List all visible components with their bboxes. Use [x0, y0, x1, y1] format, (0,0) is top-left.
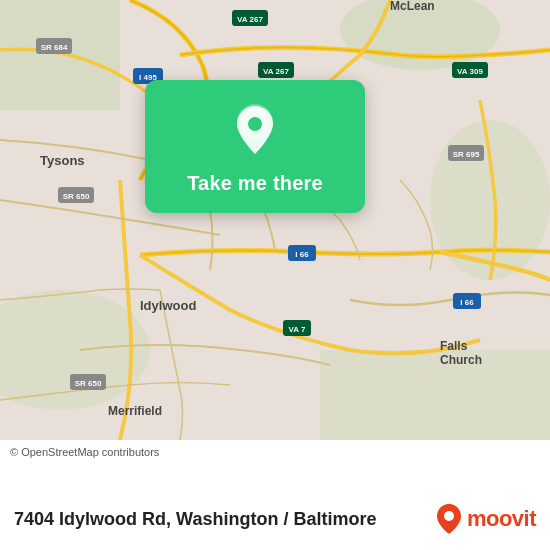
address-row: 7404 Idylwood Rd, Washington / Baltimore…: [0, 494, 550, 550]
svg-text:SR 695: SR 695: [453, 150, 480, 159]
svg-rect-5: [320, 350, 550, 440]
svg-text:Tysons: Tysons: [40, 153, 85, 168]
moovit-pin-icon: [435, 502, 463, 536]
moovit-logo: moovit: [435, 502, 536, 536]
svg-text:I 66: I 66: [295, 250, 309, 259]
svg-text:I 66: I 66: [460, 298, 474, 307]
svg-text:Merrifield: Merrifield: [108, 404, 162, 418]
location-pin-icon: [231, 102, 279, 158]
map-attribution: © OpenStreetMap contributors: [0, 440, 550, 458]
svg-rect-1: [0, 0, 120, 110]
location-card: Take me there: [145, 80, 365, 213]
svg-text:Falls: Falls: [440, 339, 468, 353]
bottom-bar: © OpenStreetMap contributors 7404 Idylwo…: [0, 440, 550, 550]
svg-text:SR 650: SR 650: [63, 192, 90, 201]
map-container: I 495 VA 267 VA 267 VA 309 SR 684 SR 695…: [0, 0, 550, 440]
svg-text:VA 267: VA 267: [237, 15, 263, 24]
svg-point-36: [248, 117, 262, 131]
take-me-there-button[interactable]: Take me there: [187, 172, 323, 195]
address-region: Washington / Baltimore: [176, 509, 376, 529]
svg-text:SR 650: SR 650: [75, 379, 102, 388]
svg-point-3: [430, 120, 550, 280]
moovit-brand-name: moovit: [467, 506, 536, 532]
svg-point-37: [444, 511, 454, 521]
svg-text:VA 309: VA 309: [457, 67, 483, 76]
svg-text:VA 267: VA 267: [263, 67, 289, 76]
svg-text:Church: Church: [440, 353, 482, 367]
svg-text:VA 7: VA 7: [289, 325, 306, 334]
address-name: 7404 Idylwood Rd: [14, 509, 166, 529]
address-text: 7404 Idylwood Rd, Washington / Baltimore: [14, 509, 376, 530]
svg-text:Idylwood: Idylwood: [140, 298, 196, 313]
svg-text:SR 684: SR 684: [41, 43, 68, 52]
svg-text:McLean: McLean: [390, 0, 435, 13]
